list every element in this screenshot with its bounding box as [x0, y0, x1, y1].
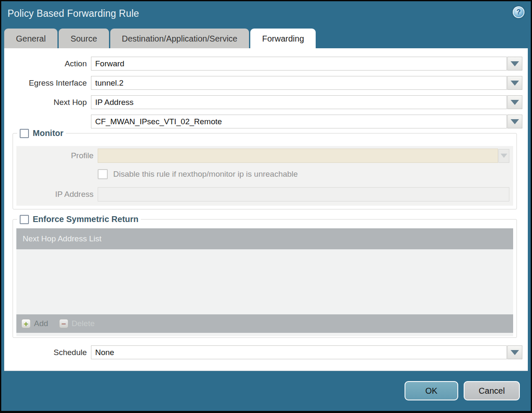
enforce-symmetric-return-title: Enforce Symmetric Return [33, 214, 138, 224]
next-hop-address-list-table: Next Hop Address List + Add − Delete [16, 228, 513, 336]
chevron-down-icon [511, 81, 519, 86]
forwarding-tab-panel: Action Egress Interface Ne [4, 48, 528, 371]
egress-interface-combo [91, 76, 522, 90]
egress-interface-dropdown-button[interactable] [507, 76, 522, 90]
delete-button: − Delete [59, 319, 95, 328]
screen: Policy Based Forwarding Rule ? General S… [0, 0, 532, 413]
next-hop-address-combo [91, 115, 522, 128]
enforce-symmetric-return-legend: Enforce Symmetric Return [17, 214, 141, 224]
disable-rule-label: Disable this rule if nexthop/monitor ip … [113, 170, 298, 179]
enforce-symmetric-return-section: Enforce Symmetric Return Next Hop Addres… [13, 214, 517, 338]
next-hop-row: Next Hop [4, 95, 522, 109]
schedule-input[interactable] [91, 345, 507, 359]
next-hop-combo [91, 95, 522, 109]
dialog-button-bar: OK Cancel [1, 381, 520, 400]
monitor-profile-row: Profile [16, 149, 509, 163]
minus-icon: − [59, 319, 68, 328]
egress-interface-input[interactable] [91, 76, 507, 90]
schedule-label: Schedule [4, 348, 91, 357]
action-row: Action [4, 57, 522, 71]
monitor-section: Monitor Profile Disable this rule if nex… [13, 128, 517, 209]
monitor-ip-address-input [98, 187, 509, 201]
next-hop-address-input[interactable] [91, 115, 507, 128]
tab-general[interactable]: General [4, 29, 57, 48]
monitor-disable-rule-row: Disable this rule if nexthop/monitor ip … [98, 169, 509, 179]
delete-button-label: Delete [72, 319, 95, 328]
schedule-dropdown-button[interactable] [507, 345, 522, 359]
monitor-title: Monitor [33, 128, 63, 138]
action-combo [91, 57, 522, 71]
dialog-title: Policy Based Forwarding Rule [8, 8, 139, 19]
next-hop-address-list-toolbar: + Add − Delete [16, 314, 513, 333]
chevron-down-icon [501, 154, 507, 158]
monitor-legend: Monitor [17, 128, 66, 138]
next-hop-address-list-body [16, 249, 513, 314]
chevron-down-icon [511, 350, 519, 355]
chevron-down-icon [511, 100, 519, 105]
tab-source[interactable]: Source [59, 29, 109, 48]
add-button-label: Add [34, 319, 48, 328]
next-hop-address-row [4, 115, 522, 128]
pbf-rule-dialog: Policy Based Forwarding Rule ? General S… [1, 1, 531, 411]
tab-forwarding[interactable]: Forwarding [250, 29, 316, 48]
ok-button[interactable]: OK [405, 381, 458, 400]
add-button[interactable]: + Add [21, 319, 48, 328]
monitor-panel: Profile Disable this rule if nexthop/mon… [16, 146, 513, 206]
monitor-profile-dropdown-button [498, 149, 509, 163]
next-hop-address-list-header: Next Hop Address List [16, 228, 513, 249]
chevron-down-icon [511, 119, 519, 124]
monitor-ip-address-row: IP Address [16, 187, 509, 201]
next-hop-type-input[interactable] [91, 95, 507, 109]
schedule-combo [91, 345, 522, 359]
disable-rule-checkbox [98, 169, 108, 179]
egress-interface-row: Egress Interface [4, 76, 522, 90]
chevron-down-icon [511, 61, 519, 66]
plus-icon: + [21, 319, 31, 328]
action-label: Action [4, 59, 91, 68]
monitor-profile-label: Profile [16, 151, 98, 160]
next-hop-address-dropdown-button[interactable] [507, 115, 522, 128]
tab-bar: General Source Destination/Application/S… [4, 29, 531, 48]
enforce-symmetric-return-checkbox[interactable] [20, 215, 29, 224]
tab-destination-application-service[interactable]: Destination/Application/Service [110, 29, 249, 48]
next-hop-dropdown-button[interactable] [507, 95, 522, 109]
egress-interface-label: Egress Interface [4, 78, 91, 88]
next-hop-address-list-footer-strip [16, 333, 513, 336]
monitor-profile-input [98, 149, 498, 163]
next-hop-label: Next Hop [4, 98, 91, 107]
help-icon[interactable]: ? [513, 6, 524, 18]
action-dropdown-button[interactable] [507, 57, 522, 71]
action-input[interactable] [91, 57, 507, 71]
monitor-ip-address-label: IP Address [16, 190, 98, 199]
schedule-row: Schedule [4, 345, 522, 359]
dialog-titlebar: Policy Based Forwarding Rule ? [1, 1, 531, 29]
monitor-checkbox[interactable] [20, 129, 29, 138]
cancel-button[interactable]: Cancel [464, 381, 520, 400]
